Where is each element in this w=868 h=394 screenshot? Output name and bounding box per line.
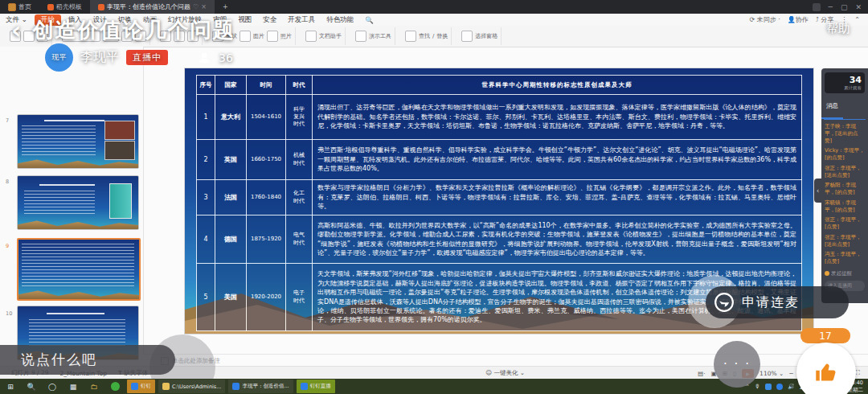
row-country: 德国: [215, 215, 247, 264]
chat-collapse-handle[interactable]: ‹: [814, 179, 821, 203]
chat-tab-messages[interactable]: 消息: [821, 101, 843, 119]
stream-title-bar: ‹ 创造价值论几个问题: [11, 16, 235, 44]
start-button[interactable]: ⊞: [0, 379, 21, 394]
tray-app-icon[interactable]: [776, 384, 783, 390]
request-mic-button[interactable]: 申请连麦: [706, 286, 849, 318]
presenter-name: 李现平: [80, 49, 119, 66]
tab-document[interactable]: 李现平：创造价值论几个问题♡×: [90, 0, 215, 14]
tab-document-label: 李现平：创造价值论几个问题: [107, 2, 190, 11]
menu-devtools[interactable]: 开发工具: [282, 15, 321, 25]
taskbar-app-wps-document[interactable]: 李现平：创造价值...: [228, 380, 293, 393]
new-tab-button[interactable]: +: [215, 0, 236, 14]
thumbnail-slide-8[interactable]: [17, 175, 139, 230]
taskbar-search-icon[interactable]: 🔍: [21, 379, 42, 394]
microphone-icon[interactable]: 🎙: [755, 384, 760, 390]
row-text: 高斯和阿基米德、牛顿、欧拉并列为世界四大数学家，以“高斯”命名的成果达110个，…: [313, 215, 802, 264]
photo-icon[interactable]: [267, 31, 278, 42]
selection-pane-group: 选择窗格: [458, 27, 502, 45]
row-period: 1875-1920: [247, 215, 286, 264]
zoom-level[interactable]: 110% ⌄: [760, 370, 784, 377]
presenter-avatar[interactable]: 现平: [45, 43, 73, 72]
menu-search-icon[interactable]: 🔍: [359, 16, 379, 24]
tab-docer[interactable]: 稻壳模板: [39, 0, 90, 14]
photo-label[interactable]: 照片: [280, 32, 292, 40]
chat-system-notice: 发起提醒: [825, 270, 865, 277]
present-tools-group: 演示工具: [352, 27, 395, 45]
table-row: 3 法国 1760-1840 化工时代 数学家与理学家拉格朗日《分析力学》、数学…: [197, 180, 802, 215]
chat-message: 罗杨阳：李现平，[的点赞]: [825, 182, 865, 196]
thumbnail-slide-7[interactable]: [17, 114, 139, 169]
row-period: 1660-1750: [247, 140, 286, 180]
present-tools-label[interactable]: 演示工具: [369, 32, 391, 40]
wps-doc-icon: [232, 383, 240, 390]
menu-view[interactable]: 视图: [232, 15, 257, 25]
selection-pane-icon[interactable]: [461, 31, 473, 42]
col-header-period: 时间: [247, 76, 286, 95]
window-minimize-icon[interactable]: ─: [829, 3, 833, 11]
doc-assistant-icon[interactable]: [305, 31, 317, 42]
viewer-stat-label: 累计观看: [828, 85, 862, 91]
like-button[interactable]: [796, 343, 856, 394]
chat-message: 张正：李现平，[送出点赞]: [825, 165, 865, 179]
row-no: 2: [197, 140, 215, 180]
chevron-left-icon: ‹: [817, 187, 820, 195]
account-badge-icon[interactable]: [813, 3, 821, 11]
image-label[interactable]: 图片: [253, 32, 264, 40]
cortana-icon[interactable]: ◯: [42, 379, 63, 394]
col-header-era: 时代: [286, 76, 313, 95]
row-era: 电子时代: [286, 264, 313, 331]
comment-input[interactable]: 说点什么吧: [0, 345, 175, 375]
tab-close-icon[interactable]: ×: [201, 3, 207, 10]
presentation-file-icon: [98, 4, 104, 10]
like-count-badge: 17: [800, 328, 850, 343]
find-label[interactable]: 查找: [419, 32, 430, 40]
doc-assistant-label[interactable]: 文档助手: [319, 32, 342, 40]
fit-screen-icon[interactable]: ⛶: [856, 369, 860, 377]
taskbar-app-dingtalk-live[interactable]: 钉钉直播: [297, 380, 335, 393]
find-icon[interactable]: [405, 31, 416, 42]
replace-label[interactable]: 替换: [436, 32, 448, 40]
zoom-out-icon[interactable]: ─: [789, 370, 793, 377]
thumbs-up-icon: [812, 358, 841, 387]
collapse-ribbon-icon[interactable]: ⌃: [854, 16, 860, 23]
notes-toggle-icon[interactable]: ▤·: [698, 370, 705, 377]
taskbar-app-dingtalk[interactable]: 钉钉: [127, 380, 155, 393]
collaborate-button[interactable]: 👤协作: [788, 15, 809, 24]
menu-security[interactable]: 安全: [257, 15, 282, 25]
row-era: 机械时代: [286, 140, 313, 180]
wps-tab-bar: 首页 稻壳模板 李现平：创造价值论几个问题♡× + ─ ▢ ✕: [0, 0, 868, 14]
help-button[interactable]: 帮助: [826, 21, 850, 36]
row-period: 1760-1840: [247, 180, 286, 215]
tray-app-icon[interactable]: [765, 384, 772, 390]
present-tools-icon[interactable]: [355, 31, 366, 42]
table-row: 4 德国 1875-1920 电气时代 高斯和阿基米德、牛顿、欧拉并列为世界四大…: [197, 215, 802, 264]
request-mic-label: 申请连麦: [742, 294, 800, 311]
sync-status[interactable]: ⟳ 未同步 ·: [749, 15, 780, 24]
window-restore-icon[interactable]: ▢: [841, 3, 848, 11]
row-text: 弗兰西斯·培根倡导尊重科学、重视自然科学、倡导科学实验，成立科学学会。牛顿创立“…: [313, 140, 802, 180]
taskbar-app-explorer-window[interactable]: C:\Users\Adminis...: [158, 380, 225, 393]
menu-features[interactable]: 特色功能: [321, 15, 359, 25]
image-icon[interactable]: [240, 31, 251, 42]
task-view-icon[interactable]: ▦: [63, 379, 84, 394]
chat-message: 冯玉：李现平，[点赞]: [825, 251, 865, 265]
speaker-icon[interactable]: 🔊: [788, 384, 795, 390]
assistant-group: 文档助手: [302, 27, 346, 45]
chat-message: 张正：李现平，[点赞]: [825, 216, 865, 231]
selection-pane-label[interactable]: 选择窗格: [475, 32, 497, 40]
back-chevron-icon[interactable]: ‹: [11, 16, 23, 44]
live-app-icon: [301, 383, 308, 390]
tray-app-icon[interactable]: [104, 379, 125, 394]
tab-docer-label: 稻壳模板: [56, 2, 82, 11]
window-close-icon[interactable]: ✕: [855, 3, 862, 11]
table-row: 2 英国 1660-1750 机械时代 弗兰西斯·培根倡导尊重科学、重视自然科学…: [197, 140, 802, 180]
stream-title: 创造价值论几个问题: [32, 16, 235, 44]
row-country: 法国: [215, 180, 247, 215]
file-explorer-icon[interactable]: 🗀: [84, 379, 104, 394]
thumbnail-slide-9-current[interactable]: [17, 238, 141, 301]
favorite-heart-icon[interactable]: ♡: [193, 3, 199, 10]
more-options-button[interactable]: · · ·: [714, 341, 760, 388]
tab-home[interactable]: 首页: [0, 0, 39, 14]
beautify-button[interactable]: ☺ 一键美化 ⌄: [485, 369, 525, 377]
row-period: 1504-1610: [247, 95, 286, 140]
